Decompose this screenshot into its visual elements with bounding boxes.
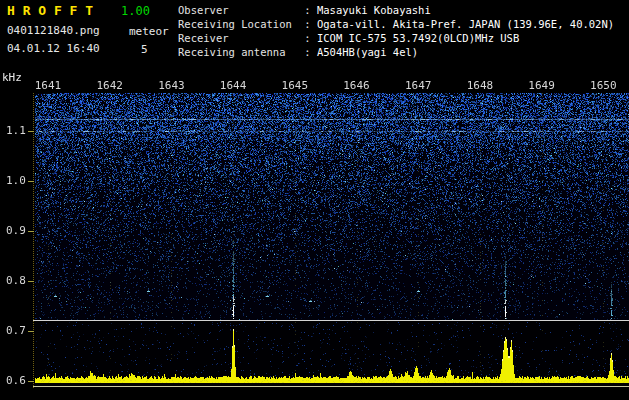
info-row: Receiving Location : Ogata-vill. Akita-P…	[178, 17, 628, 31]
output-filename: 0401121840.png	[7, 24, 100, 37]
freq-tick-label: 1.1	[6, 124, 26, 137]
info-value: ICOM IC-575 53.7492(0LCD)MHz USB	[317, 32, 519, 44]
freq-tick-mark	[28, 281, 34, 282]
time-tick-label: 1649	[525, 79, 559, 92]
time-tick-label: 1642	[93, 79, 127, 92]
header-info: Observer : Masayuki KobayashiReceiving L…	[178, 3, 628, 59]
time-tick-label: 1643	[154, 79, 188, 92]
info-separator: :	[298, 46, 317, 58]
time-tick-label: 1641	[31, 79, 65, 92]
time-tick-label: 1648	[463, 79, 497, 92]
info-label: Receiving Location	[178, 17, 298, 31]
datetime-label: 04.01.12 16:40	[7, 42, 100, 55]
time-tick-label: 1646	[340, 79, 374, 92]
echo-count: 5	[141, 43, 148, 56]
app-version: 1.00	[121, 4, 150, 18]
freq-tick-label: 0.6	[6, 374, 26, 387]
freq-tick-label: 0.7	[6, 324, 26, 337]
time-tick-label: 1650	[586, 79, 620, 92]
time-tick-label: 1645	[278, 79, 312, 92]
info-separator: :	[298, 4, 317, 16]
plot-bottom-line	[33, 386, 629, 387]
info-label: Receiving antenna	[178, 45, 298, 59]
mode-label: meteor	[129, 25, 169, 38]
info-row: Observer : Masayuki Kobayashi	[178, 3, 628, 17]
info-label: Receiver	[178, 31, 298, 45]
info-separator: :	[298, 32, 317, 44]
info-value: Masayuki Kobayashi	[317, 4, 431, 16]
freq-tick-mark	[28, 331, 34, 332]
info-row: Receiving antenna : A504HB(yagi 4el)	[178, 45, 628, 59]
signal-strip-canvas	[35, 322, 629, 388]
freq-tick-mark	[28, 231, 34, 232]
freq-tick-label: 0.8	[6, 274, 26, 287]
freq-tick-mark	[28, 181, 34, 182]
freq-tick-mark	[28, 131, 34, 132]
spectrogram-canvas	[35, 93, 629, 320]
freq-tick-label: 1.0	[6, 174, 26, 187]
app-title: H R O F F T	[7, 3, 93, 18]
info-value: A504HB(yagi 4el)	[317, 46, 418, 58]
freq-tick-label: 0.9	[6, 224, 26, 237]
plot-separator-line	[33, 320, 629, 321]
info-label: Observer	[178, 3, 298, 17]
freq-axis-dotted-line	[33, 93, 34, 388]
freq-tick-mark	[28, 381, 34, 382]
info-row: Receiver : ICOM IC-575 53.7492(0LCD)MHz …	[178, 31, 628, 45]
time-tick-label: 1647	[401, 79, 435, 92]
info-value: Ogata-vill. Akita-Pref. JAPAN (139.96E, …	[317, 18, 614, 30]
hrofft-screen: H R O F F T 1.00 0401121840.png meteor 0…	[0, 0, 629, 400]
info-separator: :	[298, 18, 317, 30]
freq-unit-label: kHz	[2, 71, 22, 84]
time-tick-label: 1644	[216, 79, 250, 92]
